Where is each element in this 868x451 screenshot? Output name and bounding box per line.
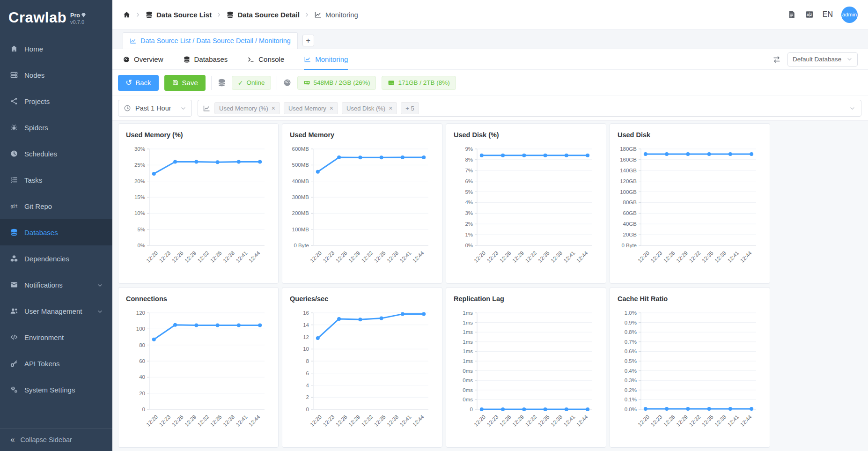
svg-text:80: 80 — [139, 342, 145, 348]
sidebar-item-label: Schedules — [24, 150, 57, 158]
disk-usage-label: 171GB / 2TB (8%) — [398, 79, 449, 86]
git-icon: git — [9, 202, 19, 210]
save-button[interactable]: Save — [164, 75, 206, 91]
avatar[interactable]: admin — [841, 7, 858, 23]
svg-text:12:29: 12:29 — [184, 250, 197, 264]
database-icon — [226, 11, 234, 19]
log-file-icon[interactable] — [787, 10, 796, 19]
svg-text:0.3%: 0.3% — [625, 377, 637, 383]
translate-icon[interactable]: AZ — [805, 10, 814, 19]
sidebar-item-nodes[interactable]: Nodes — [0, 62, 112, 88]
collapse-sidebar-button[interactable]: « Collapse Sidebar — [0, 428, 112, 451]
metric-tag-label: Used Memory (%) — [219, 105, 268, 112]
svg-text:6: 6 — [306, 370, 309, 376]
remove-tag-icon[interactable]: × — [272, 105, 275, 111]
svg-text:100MB: 100MB — [292, 227, 309, 232]
svg-text:12:26: 12:26 — [662, 250, 676, 264]
svg-text:12:32: 12:32 — [688, 250, 702, 264]
sidebar-item-dependencies[interactable]: Dependencies — [0, 245, 112, 272]
sidebar-item-user-management[interactable]: User Management — [0, 298, 112, 324]
svg-text:4: 4 — [306, 383, 309, 388]
more-metrics-tag[interactable]: + 5 — [401, 102, 419, 114]
header-actions: AZ EN admin — [787, 7, 858, 23]
add-tab-button[interactable]: + — [302, 35, 314, 46]
breadcrumb: Data Source ListData Source DetailMonito… — [123, 11, 358, 19]
svg-text:12:44: 12:44 — [575, 414, 589, 428]
sidebar-item-api-tokens[interactable]: API Tokens — [0, 350, 112, 377]
sidebar-item-projects[interactable]: Projects — [0, 88, 112, 114]
svg-text:12:26: 12:26 — [171, 250, 184, 264]
tab-console[interactable]: Console — [247, 49, 284, 70]
projects-icon — [9, 97, 19, 105]
svg-text:15%: 15% — [134, 194, 145, 200]
tab-databases[interactable]: Databases — [183, 49, 228, 70]
sidebar-item-tasks[interactable]: Tasks — [0, 167, 112, 193]
chart-title: Used Memory — [290, 131, 434, 139]
chevron-down-icon — [849, 105, 855, 111]
sidebar-item-spiders[interactable]: Spiders — [0, 114, 112, 140]
svg-text:14: 14 — [303, 322, 309, 328]
breadcrumb-label: Monitoring — [325, 11, 358, 19]
breadcrumb-item-data-source-detail[interactable]: Data Source Detail — [226, 11, 300, 19]
tab-overview[interactable]: Overview — [123, 49, 163, 70]
metric-tag: Used Memory× — [284, 102, 338, 114]
svg-text:9%: 9% — [465, 146, 473, 152]
breadcrumb-item-data-source-list[interactable]: Data Source List — [145, 11, 212, 19]
svg-text:Z: Z — [810, 13, 812, 17]
chart-title: Used Disk (%) — [454, 131, 598, 139]
svg-text:12:44: 12:44 — [412, 250, 425, 264]
svg-text:0.0%: 0.0% — [625, 407, 637, 412]
tab-monitoring[interactable]: Monitoring — [304, 49, 348, 70]
swap-icon[interactable] — [772, 55, 781, 64]
sidebar-item-label: Notifications — [24, 281, 63, 289]
tab-label: Databases — [194, 55, 228, 63]
svg-text:12:26: 12:26 — [499, 414, 512, 428]
svg-text:0: 0 — [306, 407, 309, 412]
chart-card-used-memory: Used Memory600MB500MB400MB300MB200MB100M… — [282, 123, 442, 284]
metrics-select[interactable]: Used Memory (%)×Used Memory×Used Disk (%… — [198, 100, 861, 117]
database-select[interactable]: Default Database — [787, 52, 858, 67]
sidebar-item-home[interactable]: Home — [0, 36, 112, 62]
sidebar-item-notifications[interactable]: Notifications — [0, 272, 112, 298]
remove-tag-icon[interactable]: × — [389, 105, 392, 111]
svg-text:100: 100 — [136, 326, 145, 332]
time-range-select[interactable]: Past 1 Hour — [118, 100, 192, 117]
edition-label: Pro — [70, 12, 86, 19]
svg-text:10%: 10% — [134, 210, 145, 216]
sidebar-item-git-repo[interactable]: gitGit Repo — [0, 193, 112, 219]
svg-text:12:29: 12:29 — [511, 250, 525, 264]
chevron-down-icon — [846, 56, 853, 62]
sidebar-item-system-settings[interactable]: System Settings — [0, 377, 112, 403]
sidebar-item-databases[interactable]: Databases — [0, 219, 112, 245]
clock-icon — [124, 104, 131, 112]
sidebar-item-label: Environment — [24, 333, 64, 341]
sidebar-item-schedules[interactable]: Schedules — [0, 140, 112, 167]
language-toggle[interactable]: EN — [823, 10, 833, 19]
svg-text:40GB: 40GB — [623, 221, 637, 227]
tab-label: Overview — [134, 55, 163, 63]
svg-text:12:35: 12:35 — [373, 414, 387, 428]
chart-title: Queries/sec — [290, 295, 434, 303]
users-icon — [9, 307, 19, 315]
sidebar-item-environment[interactable]: Environment — [0, 324, 112, 350]
svg-text:0: 0 — [142, 407, 145, 412]
breadcrumb-item-monitoring[interactable]: Monitoring — [314, 11, 358, 19]
svg-text:2: 2 — [306, 394, 309, 400]
svg-text:0.4%: 0.4% — [625, 368, 637, 374]
svg-text:12:23: 12:23 — [486, 250, 500, 264]
back-button[interactable]: ↺ Back — [118, 75, 159, 91]
sidebar-item-label: Spiders — [24, 124, 48, 132]
app-logo[interactable]: Crawlab Pro v0.7.0 — [0, 0, 112, 36]
svg-text:12:38: 12:38 — [714, 414, 727, 428]
chart-title: Replication Lag — [454, 295, 598, 303]
disk-usage-badge: 171GB / 2TB (8%) — [382, 76, 456, 90]
breadcrumb-item-home[interactable] — [123, 11, 131, 19]
version-label: v0.7.0 — [70, 19, 86, 25]
chart-plot: 12010080604020012:2012:2312:2612:2912:32… — [126, 305, 272, 444]
svg-text:400MB: 400MB — [292, 178, 309, 184]
active-page-tab[interactable]: Data Source List / Data Source Detail / … — [123, 32, 298, 49]
svg-text:12:35: 12:35 — [373, 250, 387, 264]
svg-text:0.7%: 0.7% — [625, 339, 637, 345]
svg-text:0 Byte: 0 Byte — [621, 243, 637, 248]
remove-tag-icon[interactable]: × — [330, 105, 333, 111]
